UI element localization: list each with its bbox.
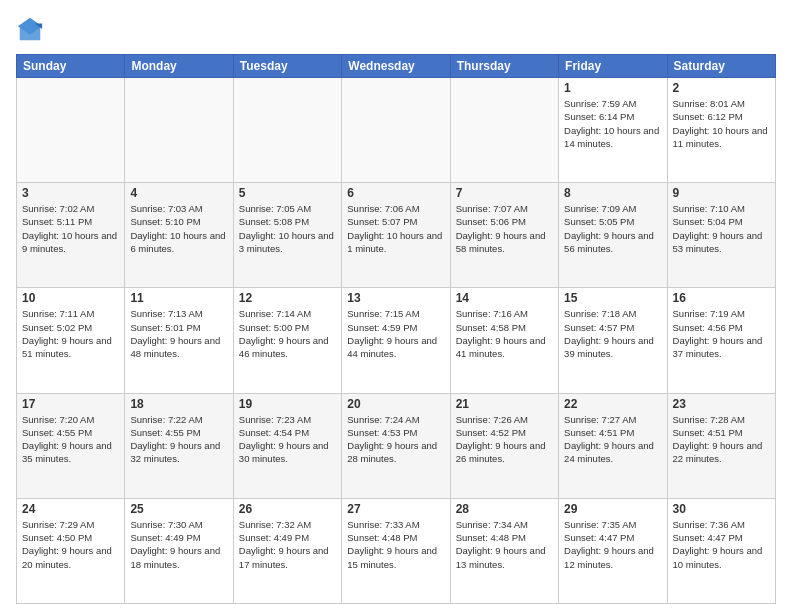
calendar-cell: 8Sunrise: 7:09 AM Sunset: 5:05 PM Daylig… bbox=[559, 183, 667, 288]
calendar-cell: 7Sunrise: 7:07 AM Sunset: 5:06 PM Daylig… bbox=[450, 183, 558, 288]
day-info: Sunrise: 7:24 AM Sunset: 4:53 PM Dayligh… bbox=[347, 413, 444, 466]
calendar-week-0: 1Sunrise: 7:59 AM Sunset: 6:14 PM Daylig… bbox=[17, 78, 776, 183]
day-info: Sunrise: 7:07 AM Sunset: 5:06 PM Dayligh… bbox=[456, 202, 553, 255]
calendar-cell: 1Sunrise: 7:59 AM Sunset: 6:14 PM Daylig… bbox=[559, 78, 667, 183]
header bbox=[16, 16, 776, 44]
col-header-sunday: Sunday bbox=[17, 55, 125, 78]
day-number: 6 bbox=[347, 186, 444, 200]
day-info: Sunrise: 7:13 AM Sunset: 5:01 PM Dayligh… bbox=[130, 307, 227, 360]
day-info: Sunrise: 7:06 AM Sunset: 5:07 PM Dayligh… bbox=[347, 202, 444, 255]
day-number: 23 bbox=[673, 397, 770, 411]
day-number: 29 bbox=[564, 502, 661, 516]
calendar-cell: 13Sunrise: 7:15 AM Sunset: 4:59 PM Dayli… bbox=[342, 288, 450, 393]
calendar-cell: 3Sunrise: 7:02 AM Sunset: 5:11 PM Daylig… bbox=[17, 183, 125, 288]
calendar-cell: 29Sunrise: 7:35 AM Sunset: 4:47 PM Dayli… bbox=[559, 498, 667, 603]
day-info: Sunrise: 7:23 AM Sunset: 4:54 PM Dayligh… bbox=[239, 413, 336, 466]
calendar-cell: 11Sunrise: 7:13 AM Sunset: 5:01 PM Dayli… bbox=[125, 288, 233, 393]
day-info: Sunrise: 7:11 AM Sunset: 5:02 PM Dayligh… bbox=[22, 307, 119, 360]
day-number: 5 bbox=[239, 186, 336, 200]
calendar-week-4: 24Sunrise: 7:29 AM Sunset: 4:50 PM Dayli… bbox=[17, 498, 776, 603]
day-number: 18 bbox=[130, 397, 227, 411]
col-header-wednesday: Wednesday bbox=[342, 55, 450, 78]
day-info: Sunrise: 7:15 AM Sunset: 4:59 PM Dayligh… bbox=[347, 307, 444, 360]
logo bbox=[16, 16, 48, 44]
calendar-cell: 10Sunrise: 7:11 AM Sunset: 5:02 PM Dayli… bbox=[17, 288, 125, 393]
day-number: 11 bbox=[130, 291, 227, 305]
calendar-cell bbox=[342, 78, 450, 183]
day-number: 9 bbox=[673, 186, 770, 200]
page: SundayMondayTuesdayWednesdayThursdayFrid… bbox=[0, 0, 792, 612]
day-info: Sunrise: 7:20 AM Sunset: 4:55 PM Dayligh… bbox=[22, 413, 119, 466]
day-number: 19 bbox=[239, 397, 336, 411]
day-number: 22 bbox=[564, 397, 661, 411]
calendar-cell: 5Sunrise: 7:05 AM Sunset: 5:08 PM Daylig… bbox=[233, 183, 341, 288]
calendar-cell: 17Sunrise: 7:20 AM Sunset: 4:55 PM Dayli… bbox=[17, 393, 125, 498]
day-number: 21 bbox=[456, 397, 553, 411]
day-info: Sunrise: 7:35 AM Sunset: 4:47 PM Dayligh… bbox=[564, 518, 661, 571]
calendar-cell: 22Sunrise: 7:27 AM Sunset: 4:51 PM Dayli… bbox=[559, 393, 667, 498]
calendar-cell: 12Sunrise: 7:14 AM Sunset: 5:00 PM Dayli… bbox=[233, 288, 341, 393]
col-header-thursday: Thursday bbox=[450, 55, 558, 78]
logo-icon bbox=[16, 16, 44, 44]
calendar-cell: 16Sunrise: 7:19 AM Sunset: 4:56 PM Dayli… bbox=[667, 288, 775, 393]
day-info: Sunrise: 7:05 AM Sunset: 5:08 PM Dayligh… bbox=[239, 202, 336, 255]
day-number: 1 bbox=[564, 81, 661, 95]
day-info: Sunrise: 7:33 AM Sunset: 4:48 PM Dayligh… bbox=[347, 518, 444, 571]
day-info: Sunrise: 8:01 AM Sunset: 6:12 PM Dayligh… bbox=[673, 97, 770, 150]
day-info: Sunrise: 7:10 AM Sunset: 5:04 PM Dayligh… bbox=[673, 202, 770, 255]
day-number: 16 bbox=[673, 291, 770, 305]
day-info: Sunrise: 7:26 AM Sunset: 4:52 PM Dayligh… bbox=[456, 413, 553, 466]
calendar-cell: 18Sunrise: 7:22 AM Sunset: 4:55 PM Dayli… bbox=[125, 393, 233, 498]
day-info: Sunrise: 7:19 AM Sunset: 4:56 PM Dayligh… bbox=[673, 307, 770, 360]
calendar-table: SundayMondayTuesdayWednesdayThursdayFrid… bbox=[16, 54, 776, 604]
col-header-saturday: Saturday bbox=[667, 55, 775, 78]
day-number: 20 bbox=[347, 397, 444, 411]
day-info: Sunrise: 7:22 AM Sunset: 4:55 PM Dayligh… bbox=[130, 413, 227, 466]
calendar-cell: 25Sunrise: 7:30 AM Sunset: 4:49 PM Dayli… bbox=[125, 498, 233, 603]
col-header-monday: Monday bbox=[125, 55, 233, 78]
day-info: Sunrise: 7:02 AM Sunset: 5:11 PM Dayligh… bbox=[22, 202, 119, 255]
calendar-cell: 24Sunrise: 7:29 AM Sunset: 4:50 PM Dayli… bbox=[17, 498, 125, 603]
day-info: Sunrise: 7:29 AM Sunset: 4:50 PM Dayligh… bbox=[22, 518, 119, 571]
calendar-cell bbox=[233, 78, 341, 183]
day-info: Sunrise: 7:14 AM Sunset: 5:00 PM Dayligh… bbox=[239, 307, 336, 360]
day-number: 8 bbox=[564, 186, 661, 200]
day-info: Sunrise: 7:34 AM Sunset: 4:48 PM Dayligh… bbox=[456, 518, 553, 571]
day-number: 28 bbox=[456, 502, 553, 516]
day-info: Sunrise: 7:03 AM Sunset: 5:10 PM Dayligh… bbox=[130, 202, 227, 255]
day-info: Sunrise: 7:32 AM Sunset: 4:49 PM Dayligh… bbox=[239, 518, 336, 571]
day-number: 27 bbox=[347, 502, 444, 516]
calendar-cell: 15Sunrise: 7:18 AM Sunset: 4:57 PM Dayli… bbox=[559, 288, 667, 393]
calendar-cell: 26Sunrise: 7:32 AM Sunset: 4:49 PM Dayli… bbox=[233, 498, 341, 603]
col-header-friday: Friday bbox=[559, 55, 667, 78]
calendar-cell: 4Sunrise: 7:03 AM Sunset: 5:10 PM Daylig… bbox=[125, 183, 233, 288]
day-info: Sunrise: 7:59 AM Sunset: 6:14 PM Dayligh… bbox=[564, 97, 661, 150]
calendar-cell: 14Sunrise: 7:16 AM Sunset: 4:58 PM Dayli… bbox=[450, 288, 558, 393]
calendar-cell bbox=[17, 78, 125, 183]
day-number: 26 bbox=[239, 502, 336, 516]
calendar-cell: 27Sunrise: 7:33 AM Sunset: 4:48 PM Dayli… bbox=[342, 498, 450, 603]
day-number: 7 bbox=[456, 186, 553, 200]
calendar-cell: 9Sunrise: 7:10 AM Sunset: 5:04 PM Daylig… bbox=[667, 183, 775, 288]
calendar-cell: 23Sunrise: 7:28 AM Sunset: 4:51 PM Dayli… bbox=[667, 393, 775, 498]
day-info: Sunrise: 7:28 AM Sunset: 4:51 PM Dayligh… bbox=[673, 413, 770, 466]
day-number: 2 bbox=[673, 81, 770, 95]
day-number: 3 bbox=[22, 186, 119, 200]
day-info: Sunrise: 7:18 AM Sunset: 4:57 PM Dayligh… bbox=[564, 307, 661, 360]
day-number: 10 bbox=[22, 291, 119, 305]
col-header-tuesday: Tuesday bbox=[233, 55, 341, 78]
day-info: Sunrise: 7:36 AM Sunset: 4:47 PM Dayligh… bbox=[673, 518, 770, 571]
day-number: 4 bbox=[130, 186, 227, 200]
calendar-cell: 19Sunrise: 7:23 AM Sunset: 4:54 PM Dayli… bbox=[233, 393, 341, 498]
calendar-cell bbox=[125, 78, 233, 183]
day-number: 24 bbox=[22, 502, 119, 516]
day-number: 14 bbox=[456, 291, 553, 305]
calendar-week-2: 10Sunrise: 7:11 AM Sunset: 5:02 PM Dayli… bbox=[17, 288, 776, 393]
day-info: Sunrise: 7:16 AM Sunset: 4:58 PM Dayligh… bbox=[456, 307, 553, 360]
header-row: SundayMondayTuesdayWednesdayThursdayFrid… bbox=[17, 55, 776, 78]
calendar-cell: 2Sunrise: 8:01 AM Sunset: 6:12 PM Daylig… bbox=[667, 78, 775, 183]
calendar-cell: 20Sunrise: 7:24 AM Sunset: 4:53 PM Dayli… bbox=[342, 393, 450, 498]
day-info: Sunrise: 7:09 AM Sunset: 5:05 PM Dayligh… bbox=[564, 202, 661, 255]
calendar-cell: 6Sunrise: 7:06 AM Sunset: 5:07 PM Daylig… bbox=[342, 183, 450, 288]
day-number: 17 bbox=[22, 397, 119, 411]
